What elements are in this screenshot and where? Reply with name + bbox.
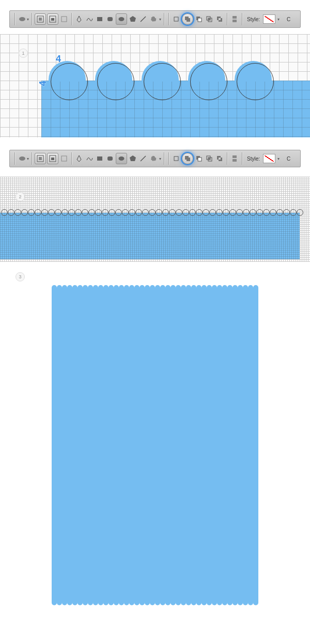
circle-outline-small [48,209,55,216]
ellipse-shape-icon[interactable] [116,13,127,25]
fill-pixels-button[interactable] [59,154,69,163]
circle-outline-small [270,209,276,216]
separator [242,13,242,25]
svg-rect-4 [51,18,54,21]
rounded-rectangle-icon[interactable] [105,154,115,163]
blue-shape-rect-2 [0,213,300,259]
circle-outline-small [297,209,303,216]
circle-outline-small [88,209,95,216]
svg-line-10 [141,17,146,22]
polygon-icon[interactable] [128,14,137,24]
circle-outline-small [8,209,14,216]
svg-rect-30 [97,156,102,161]
separator [14,13,15,25]
ellipse-shape-icon[interactable] [116,153,127,164]
circle-outline-small [189,209,196,216]
svg-point-24 [19,156,25,161]
subtract-from-shape-icon[interactable] [194,154,204,163]
svg-rect-29 [61,156,67,161]
svg-point-0 [19,17,25,21]
scalloped-blue-rect [52,288,258,603]
circle-outline-small [263,209,270,216]
style-swatch[interactable] [263,154,275,163]
rectangle-icon[interactable] [95,154,104,163]
svg-rect-28 [51,158,54,160]
circle-outline-small [129,209,135,216]
separator [32,13,32,25]
svg-rect-13 [187,18,190,22]
line-icon[interactable] [138,14,148,24]
add-to-shape-area-icon[interactable] [182,13,193,25]
circle-outline-small [209,209,216,216]
svg-rect-37 [187,158,190,161]
circle-outline-small [109,209,115,216]
ellipse-tool-indicator[interactable] [18,154,27,163]
circle-outline-small [82,209,88,216]
svg-rect-35 [174,156,178,161]
separator [227,13,227,25]
circle-outline-small [276,209,283,216]
svg-rect-18 [208,18,210,20]
custom-shape-icon[interactable] [149,154,158,163]
add-to-shape-area-icon[interactable] [182,153,193,164]
intersect-shape-icon[interactable] [205,14,214,24]
freeform-pen-icon[interactable] [85,14,94,24]
circle-outline-small [176,209,182,216]
circle-outline [237,63,274,100]
svg-line-34 [141,156,146,161]
custom-shape-icon[interactable] [149,14,158,24]
circle-outline-small [182,209,189,216]
circle-outline-small [290,209,297,216]
subtract-from-shape-icon[interactable] [194,14,204,24]
svg-point-32 [119,156,125,161]
separator [71,13,72,25]
canvas-step-2[interactable]: 2 [0,177,310,262]
style-label: Style: [247,17,260,22]
exclude-shape-icon[interactable] [215,154,224,163]
new-shape-layer-icon[interactable] [172,154,181,163]
svg-rect-5 [61,17,67,22]
step-badge-2: 2 [16,192,25,201]
freeform-pen-icon[interactable] [85,154,94,163]
svg-rect-26 [39,157,42,160]
svg-marker-9 [130,16,136,22]
style-label: Style: [247,156,260,162]
new-shape-layer-icon[interactable] [172,14,181,24]
circle-outline [51,63,88,100]
geometry-options-icon[interactable] [230,154,239,163]
fill-pixels-button[interactable] [59,14,69,24]
paths-button[interactable] [47,153,58,164]
circle-outline-small [216,209,223,216]
options-toolbar-2: ▾ ▾ Style: ▾ C [9,150,301,167]
rectangle-icon[interactable] [95,14,104,24]
circle-outline [190,63,227,100]
polygon-icon[interactable] [128,154,137,163]
pen-icon[interactable] [74,14,84,24]
paths-button[interactable] [47,13,58,25]
circle-outline-small [102,209,109,216]
ellipse-tool-indicator[interactable] [18,14,27,24]
exclude-shape-icon[interactable] [215,14,224,24]
circle-outline-small [142,209,149,216]
circle-outline-small [156,209,162,216]
shape-layers-button[interactable] [35,13,46,25]
geometry-options-icon[interactable] [230,14,239,24]
circle-outline-small [115,209,122,216]
line-icon[interactable] [138,154,148,163]
circle-outline-small [169,209,176,216]
pen-icon[interactable] [74,154,84,163]
svg-rect-23 [233,20,237,22]
intersect-shape-icon[interactable] [205,154,214,163]
circle-outline-small [55,209,61,216]
circle-outline-small [75,209,82,216]
canvas-step-1[interactable]: 1 4 4 [0,34,310,137]
shape-layers-button[interactable] [35,153,46,164]
canvas-step-3[interactable]: 3 [0,262,310,634]
circle-outline-small [203,209,209,216]
rounded-rectangle-icon[interactable] [105,14,115,24]
circle-outline-small [61,209,68,216]
svg-rect-45 [219,158,221,160]
style-swatch[interactable] [263,14,275,24]
options-toolbar-1: ▾ ▾ [9,10,301,28]
svg-rect-39 [198,158,202,161]
